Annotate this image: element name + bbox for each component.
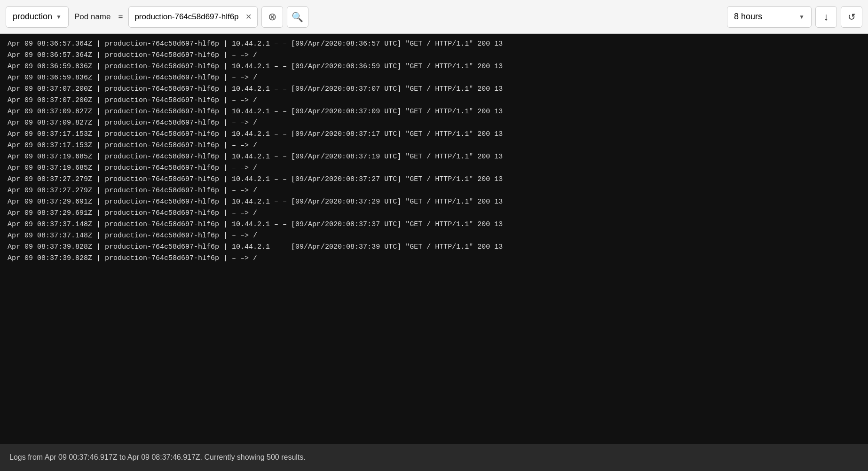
download-button[interactable]: ↓ <box>815 6 837 28</box>
clear-icon: ⊗ <box>268 11 276 23</box>
log-line: Apr 09 08:37:27.279Z | production-764c58… <box>8 174 860 185</box>
log-line: Apr 09 08:36:57.364Z | production-764c58… <box>8 39 860 50</box>
search-icon: 🔍 <box>292 11 303 23</box>
log-line: Apr 09 08:37:39.828Z | production-764c58… <box>8 242 860 253</box>
download-icon: ↓ <box>824 11 829 23</box>
search-button[interactable]: 🔍 <box>287 6 308 28</box>
namespace-chevron-icon: ▼ <box>56 14 62 20</box>
log-line: Apr 09 08:37:27.279Z | production-764c58… <box>8 185 860 196</box>
log-line: Apr 09 08:37:07.200Z | production-764c58… <box>8 95 860 106</box>
log-line: Apr 09 08:37:29.691Z | production-764c58… <box>8 208 860 219</box>
namespace-dropdown[interactable]: production ▼ <box>6 6 69 28</box>
log-line: Apr 09 08:37:17.153Z | production-764c58… <box>8 140 860 151</box>
log-line: Apr 09 08:37:09.827Z | production-764c58… <box>8 118 860 129</box>
refresh-button[interactable]: ↺ <box>841 6 862 28</box>
status-text: Logs from Apr 09 00:37:46.917Z to Apr 09… <box>9 453 306 462</box>
log-area: Apr 09 08:36:57.364Z | production-764c58… <box>0 34 868 444</box>
refresh-icon: ↺ <box>848 11 856 23</box>
clear-all-button[interactable]: ⊗ <box>261 6 283 28</box>
time-chevron-icon: ▼ <box>799 14 805 20</box>
time-range-label: 8 hours <box>734 12 762 22</box>
log-line: Apr 09 08:37:19.685Z | production-764c58… <box>8 163 860 174</box>
log-line: Apr 09 08:36:59.836Z | production-764c58… <box>8 61 860 72</box>
log-line: Apr 09 08:37:39.828Z | production-764c58… <box>8 253 860 264</box>
log-line: Apr 09 08:37:17.153Z | production-764c58… <box>8 129 860 140</box>
time-range-dropdown[interactable]: 8 hours ▼ <box>727 6 812 28</box>
filter-value-text: production-764c58d697-hlf6p <box>134 12 238 22</box>
log-line: Apr 09 08:37:37.148Z | production-764c58… <box>8 230 860 242</box>
toolbar: production ▼ Pod name = production-764c5… <box>0 0 868 34</box>
remove-filter-icon[interactable]: ✕ <box>245 12 252 21</box>
log-line: Apr 09 08:37:19.685Z | production-764c58… <box>8 151 860 163</box>
log-line: Apr 09 08:37:09.827Z | production-764c58… <box>8 106 860 118</box>
log-line: Apr 09 08:37:37.148Z | production-764c58… <box>8 219 860 230</box>
log-line: Apr 09 08:37:29.691Z | production-764c58… <box>8 196 860 208</box>
filter-operator-label: = <box>116 12 125 22</box>
namespace-label: production <box>13 12 52 22</box>
log-line: Apr 09 08:37:07.200Z | production-764c58… <box>8 84 860 95</box>
filter-key-label: Pod name <box>72 12 113 22</box>
log-line: Apr 09 08:36:59.836Z | production-764c58… <box>8 72 860 84</box>
filter-pill: production-764c58d697-hlf6p ✕ <box>128 6 257 28</box>
log-line: Apr 09 08:36:57.364Z | production-764c58… <box>8 50 860 61</box>
status-bar: Logs from Apr 09 00:37:46.917Z to Apr 09… <box>0 444 868 471</box>
